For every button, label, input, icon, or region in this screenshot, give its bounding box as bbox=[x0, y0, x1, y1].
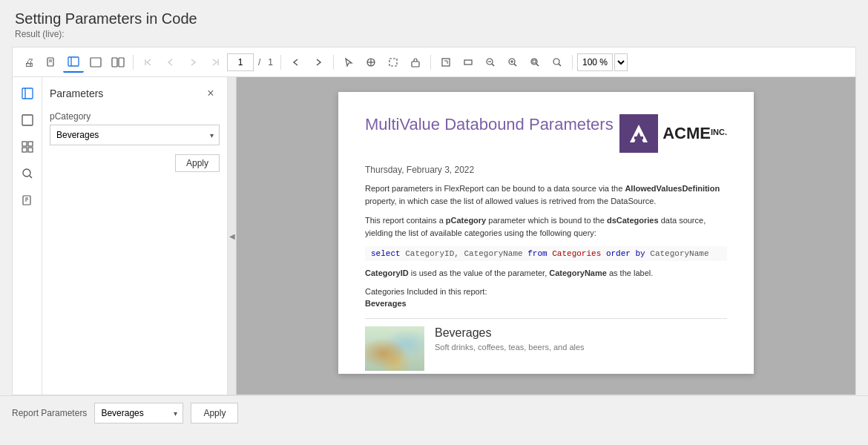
svg-rect-42 bbox=[625, 120, 652, 147]
sql-table: Categories bbox=[552, 249, 606, 258]
report-date: Thursday, February 3, 2022 bbox=[365, 165, 727, 175]
page-title: Setting Parameters in Code bbox=[15, 10, 853, 27]
params-sidebar-icon[interactable] bbox=[16, 82, 39, 105]
sql-from-keyword: from bbox=[527, 249, 547, 258]
bottom-select[interactable]: Beverages Condiments Confections Dairy P… bbox=[94, 403, 183, 423]
svg-rect-16 bbox=[464, 60, 472, 65]
zoom-custom-button[interactable] bbox=[525, 52, 545, 73]
report-body-3: CategoryID is used as the value of the p… bbox=[365, 267, 727, 280]
svg-rect-38 bbox=[23, 196, 30, 205]
collapse-handle[interactable]: ◀ bbox=[228, 77, 237, 395]
export-sidebar-icon[interactable] bbox=[16, 188, 39, 212]
product-desc: Soft drinks, coffees, teas, beers, and a… bbox=[435, 343, 585, 352]
sql-fields: CategoryID, CategoryName bbox=[405, 249, 527, 258]
acme-name: ACME bbox=[662, 124, 711, 142]
report-body-text-1b: property, in which case the list of allo… bbox=[365, 197, 656, 205]
left-sidebar bbox=[13, 77, 42, 395]
nav-back-button[interactable] bbox=[286, 52, 306, 73]
go-prev-button[interactable] bbox=[160, 52, 181, 73]
svg-line-37 bbox=[30, 176, 32, 178]
bottom-apply-button[interactable]: Apply bbox=[191, 403, 238, 423]
report-bold-catid: CategoryID bbox=[365, 268, 409, 277]
params-title: Parameters bbox=[50, 88, 103, 99]
sql-order-keyword: order by bbox=[606, 249, 645, 258]
thumbnails-icon[interactable] bbox=[16, 135, 39, 159]
sql-select-keyword: select bbox=[371, 249, 401, 258]
report-body-text-3a: is used as the value of the parameter, bbox=[409, 268, 550, 277]
page-header: Setting Parameters in Code Result (live)… bbox=[0, 0, 868, 42]
new-button[interactable] bbox=[41, 52, 62, 73]
svg-rect-3 bbox=[68, 57, 79, 66]
zoom-input[interactable] bbox=[577, 53, 613, 71]
report-body-2: This report contains a pCategory paramet… bbox=[365, 214, 727, 239]
param-select[interactable]: Beverages Condiments Confections Dairy P… bbox=[50, 125, 220, 145]
product-info: Beverages Soft drinks, coffees, teas, be… bbox=[435, 326, 585, 352]
svg-rect-5 bbox=[91, 58, 101, 67]
annotate-button[interactable] bbox=[405, 52, 426, 73]
zoom-out-button[interactable] bbox=[480, 52, 501, 73]
report-bold-ds: dsCategories bbox=[607, 216, 659, 225]
panel-toggle-button[interactable] bbox=[63, 52, 84, 73]
toolbar-sep-3 bbox=[333, 55, 334, 70]
scrollbar-thumb bbox=[281, 381, 605, 387]
report-page: MultiValue Databound Parameters ACMEINC. bbox=[338, 92, 754, 374]
svg-rect-31 bbox=[22, 115, 33, 125]
report-main-title: MultiValue Databound Parameters bbox=[365, 114, 619, 136]
pan-tool-button[interactable] bbox=[361, 52, 381, 73]
cursor-tool-button[interactable] bbox=[338, 52, 359, 73]
toolbar-sep-2 bbox=[280, 55, 281, 70]
zoom-dropdown[interactable]: 100% 75% 50% 125% 150% bbox=[614, 53, 628, 71]
go-first-button[interactable] bbox=[138, 52, 159, 73]
print-button[interactable]: 🖨 bbox=[19, 52, 39, 73]
magnify-button[interactable] bbox=[547, 52, 568, 73]
params-apply-button[interactable]: Apply bbox=[175, 154, 220, 172]
svg-point-27 bbox=[553, 59, 559, 65]
go-last-button[interactable] bbox=[205, 52, 226, 73]
toolbar: 🖨 / 1 bbox=[13, 47, 855, 77]
report-body-1: Report parameters in FlexReport can be b… bbox=[365, 182, 727, 207]
svg-line-28 bbox=[559, 64, 561, 66]
toolbar-sep-5 bbox=[572, 55, 573, 70]
search-sidebar-icon[interactable] bbox=[16, 162, 39, 185]
zoom-in-button[interactable] bbox=[502, 52, 523, 73]
page-input[interactable] bbox=[227, 53, 254, 71]
acme-icon bbox=[619, 114, 658, 153]
svg-point-36 bbox=[23, 169, 30, 177]
categories-header: Categories Included in this report: bbox=[365, 287, 727, 296]
fit-page-button[interactable] bbox=[435, 52, 456, 73]
view-sidebar-icon[interactable] bbox=[16, 108, 39, 132]
report-view[interactable]: MultiValue Databound Parameters ACMEINC. bbox=[237, 77, 855, 395]
report-bold-1: AllowedValuesDefinition bbox=[625, 184, 720, 193]
dual-panel-button[interactable] bbox=[108, 52, 128, 73]
page-separator: / bbox=[258, 57, 260, 67]
report-body-text-3b: as the label. bbox=[607, 268, 653, 277]
sql-block: select CategoryID, CategoryName from Cat… bbox=[365, 246, 727, 261]
sidebar-button[interactable] bbox=[85, 52, 106, 73]
svg-rect-33 bbox=[28, 142, 33, 146]
svg-rect-7 bbox=[119, 58, 124, 67]
main-area: Parameters × pCategory Beverages Condime… bbox=[13, 77, 855, 395]
report-body-text-1: Report parameters in FlexReport can be b… bbox=[365, 184, 625, 193]
svg-rect-15 bbox=[442, 59, 450, 66]
report-body-text-2b: parameter which is bound to the bbox=[486, 216, 607, 225]
bottom-label: Report Parameters bbox=[12, 408, 87, 418]
nav-forward-button[interactable] bbox=[308, 52, 329, 73]
params-close-button[interactable]: × bbox=[202, 85, 220, 102]
report-bold-catname: CategoryName bbox=[549, 268, 607, 277]
acme-inc: INC. bbox=[711, 128, 727, 136]
svg-rect-13 bbox=[389, 59, 397, 66]
collapse-arrow-icon: ◀ bbox=[229, 232, 235, 240]
page-total: 1 bbox=[268, 57, 273, 67]
acme-text: ACMEINC. bbox=[662, 124, 727, 143]
parameters-panel: Parameters × pCategory Beverages Condime… bbox=[42, 77, 228, 395]
toolbar-sep-1 bbox=[133, 55, 134, 70]
acme-logo: ACMEINC. bbox=[619, 114, 727, 153]
fit-width-button[interactable] bbox=[458, 52, 479, 73]
report-top: MultiValue Databound Parameters ACMEINC. bbox=[365, 114, 727, 153]
product-image-inner bbox=[365, 326, 424, 371]
select-tool-button[interactable] bbox=[383, 52, 404, 73]
svg-rect-44 bbox=[634, 136, 643, 139]
svg-rect-25 bbox=[533, 60, 536, 63]
page-subtitle: Result (live): bbox=[15, 29, 853, 39]
go-next-button[interactable] bbox=[183, 52, 203, 73]
